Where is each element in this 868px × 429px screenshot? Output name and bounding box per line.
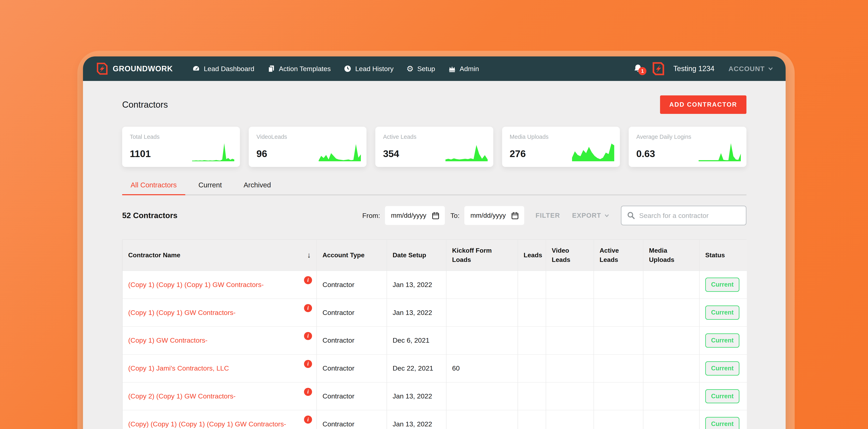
col-date-setup: Date Setup bbox=[387, 240, 446, 271]
nav-item-lead-dashboard[interactable]: Lead Dashboard bbox=[192, 65, 254, 73]
add-contractor-button[interactable]: ADD CONTRACTOR bbox=[660, 95, 746, 114]
kickoff-loads-cell bbox=[446, 271, 518, 299]
gear-icon: ⚙ bbox=[406, 65, 414, 73]
account-dropdown[interactable]: ACCOUNT bbox=[728, 65, 773, 73]
video-leads-cell bbox=[546, 271, 594, 299]
brand[interactable]: GROUNDWORK bbox=[95, 62, 173, 75]
calendar-icon[interactable] bbox=[432, 211, 440, 220]
stat-card-average-daily-logins: Average Daily Logins 0.63 bbox=[629, 127, 746, 167]
media-uploads-cell bbox=[643, 299, 700, 327]
table-row: (Copy 1) GW Contractors-i Contractor Dec… bbox=[123, 327, 747, 355]
contractors-table: Contractor Name ↓ Account Type Date Setu… bbox=[122, 239, 746, 429]
calendar-icon[interactable] bbox=[511, 211, 519, 220]
col-video-leads: Video Leads bbox=[546, 240, 594, 271]
from-label: From: bbox=[362, 212, 380, 220]
info-icon[interactable]: i bbox=[304, 332, 312, 340]
stat-value: 354 bbox=[383, 148, 399, 159]
account-type-cell: Contractor bbox=[317, 410, 387, 429]
clock-icon bbox=[344, 65, 352, 73]
account-type-cell: Contractor bbox=[317, 383, 387, 410]
media-uploads-cell bbox=[643, 383, 700, 410]
contractor-name-link[interactable]: (Copy 1) (Copy 1) (Copy 1) GW Contractor… bbox=[128, 281, 264, 288]
contractor-name-link[interactable]: (Copy 2) (Copy 1) GW Contractors- bbox=[128, 392, 236, 400]
status-badge: Current bbox=[705, 277, 739, 292]
contractor-count: 52 Contractors bbox=[122, 211, 178, 220]
kickoff-loads-cell bbox=[446, 327, 518, 355]
nav-item-label: Action Templates bbox=[279, 65, 331, 73]
stat-label: Active Leads bbox=[383, 134, 486, 140]
video-leads-cell bbox=[546, 410, 594, 429]
nav-item-action-templates[interactable]: Action Templates bbox=[267, 65, 331, 73]
contractor-name-link[interactable]: (Copy 1) (Copy 1) GW Contractors- bbox=[128, 309, 236, 316]
kickoff-loads-cell: 60 bbox=[446, 355, 518, 383]
info-icon[interactable]: i bbox=[304, 388, 312, 396]
search-input[interactable] bbox=[639, 212, 741, 220]
status-badge: Current bbox=[705, 333, 739, 348]
stat-value: 276 bbox=[510, 148, 526, 159]
nav-item-label: Admin bbox=[460, 65, 479, 73]
video-leads-cell bbox=[546, 327, 594, 355]
leads-cell bbox=[518, 410, 546, 429]
stat-cards: Total Leads 1101 VideoLeads 96 Active Le… bbox=[122, 127, 746, 167]
col-media-uploads: Media Uploads bbox=[643, 240, 700, 271]
stat-card-media-uploads: Media Uploads 276 bbox=[502, 127, 620, 167]
nav-menu: Lead Dashboard Action Templates Lead His… bbox=[192, 65, 479, 73]
groundwork-logo-icon bbox=[652, 62, 665, 76]
account-type-cell: Contractor bbox=[317, 355, 387, 383]
sparkline-chart bbox=[699, 142, 741, 162]
notifications-button[interactable]: 1 bbox=[633, 63, 643, 74]
leads-cell bbox=[518, 327, 546, 355]
page-content: Contractors ADD CONTRACTOR Total Leads 1… bbox=[83, 81, 786, 429]
sparkline-chart bbox=[445, 142, 488, 162]
tab-current[interactable]: Current bbox=[190, 181, 230, 195]
date-from-input[interactable]: mm/dd/yyyy bbox=[385, 206, 445, 225]
video-leads-cell bbox=[546, 355, 594, 383]
sparkline-chart bbox=[572, 142, 614, 162]
table-row: (Copy 1) Jami's Contractors, LLCi Contra… bbox=[123, 355, 747, 383]
date-to-input[interactable]: mm/dd/yyyy bbox=[464, 206, 524, 225]
stat-value: 96 bbox=[256, 148, 267, 159]
stat-value: 1101 bbox=[130, 148, 151, 159]
nav-item-label: Lead Dashboard bbox=[204, 65, 254, 73]
stat-card-total-leads: Total Leads 1101 bbox=[122, 127, 240, 167]
nav-item-setup[interactable]: ⚙ Setup bbox=[406, 65, 435, 73]
nav-item-label: Setup bbox=[417, 65, 435, 73]
active-leads-cell bbox=[594, 355, 643, 383]
status-badge: Current bbox=[705, 417, 739, 429]
chevron-down-icon bbox=[604, 214, 609, 217]
status-badge: Current bbox=[705, 305, 739, 320]
col-active-leads: Active Leads bbox=[594, 240, 643, 271]
tab-archived[interactable]: Archived bbox=[235, 181, 279, 195]
sort-descending-icon[interactable]: ↓ bbox=[307, 250, 311, 261]
contractor-search[interactable] bbox=[621, 206, 746, 225]
gauge-icon bbox=[192, 65, 200, 73]
media-uploads-cell bbox=[643, 355, 700, 383]
info-icon[interactable]: i bbox=[304, 304, 312, 312]
table-row: (Copy 1) (Copy 1) GW Contractors-i Contr… bbox=[123, 299, 747, 327]
top-navbar: GROUNDWORK Lead Dashboard Action Templat… bbox=[83, 57, 786, 81]
stat-card-video-leads: VideoLeads 96 bbox=[249, 127, 367, 167]
stat-card-active-leads: Active Leads 354 bbox=[375, 127, 493, 167]
nav-item-lead-history[interactable]: Lead History bbox=[344, 65, 394, 73]
table-row: (Copy) (Copy 1) (Copy 1) (Copy 1) GW Con… bbox=[123, 410, 747, 429]
account-name: Testing 1234 bbox=[673, 64, 714, 73]
account-logo[interactable] bbox=[652, 62, 665, 76]
nav-item-admin[interactable]: Admin bbox=[448, 65, 479, 73]
media-uploads-cell bbox=[643, 410, 700, 429]
info-icon[interactable]: i bbox=[304, 416, 312, 424]
account-type-cell: Contractor bbox=[317, 327, 387, 355]
tab-all-contractors[interactable]: All Contractors bbox=[122, 181, 185, 195]
filter-button[interactable]: FILTER bbox=[535, 212, 560, 219]
contractor-name-link[interactable]: (Copy 1) GW Contractors- bbox=[128, 336, 208, 344]
active-leads-cell bbox=[594, 271, 643, 299]
contractor-name-link[interactable]: (Copy) (Copy 1) (Copy 1) (Copy 1) GW Con… bbox=[128, 420, 286, 428]
contractor-name-link[interactable]: (Copy 1) Jami's Contractors, LLC bbox=[128, 364, 229, 372]
info-icon[interactable]: i bbox=[304, 360, 312, 368]
to-label: To: bbox=[451, 212, 460, 220]
stat-value: 0.63 bbox=[636, 148, 655, 159]
chevron-down-icon bbox=[768, 67, 773, 70]
info-icon[interactable]: i bbox=[304, 276, 312, 284]
export-dropdown[interactable]: EXPORT bbox=[572, 212, 609, 219]
search-icon bbox=[627, 211, 636, 220]
date-setup-cell: Dec 22, 2021 bbox=[387, 355, 446, 383]
